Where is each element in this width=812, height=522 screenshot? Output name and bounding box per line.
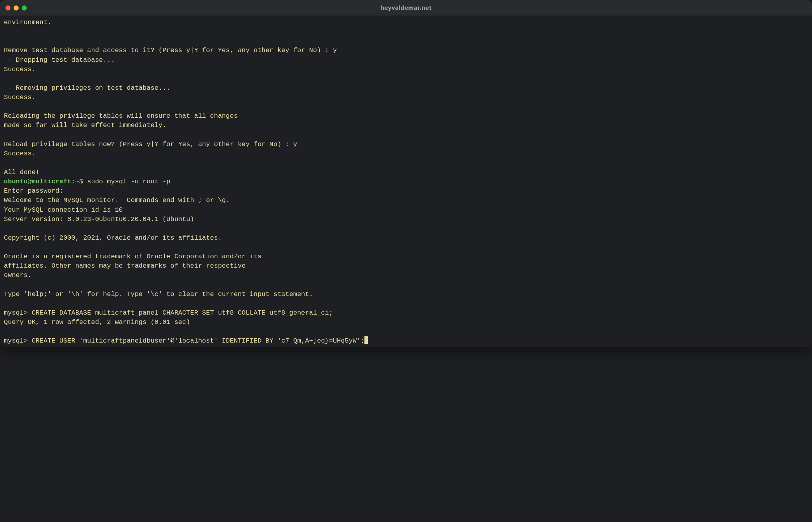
command-text: CREATE USER 'multicraftpaneldbuser'@'loc… <box>31 337 364 345</box>
output-line: Server version: 8.0.23-0ubuntu0.20.04.1 … <box>4 216 194 223</box>
output-line: Reloading the privilege tables will ensu… <box>4 112 238 120</box>
cursor-icon <box>364 336 368 344</box>
prompt-dollar: $ <box>79 178 83 185</box>
shell-prompt: ubuntu@multicraft:~$ <box>4 178 83 185</box>
output-line: Welcome to the MySQL monitor. Commands e… <box>4 197 230 204</box>
window-title: heyvaldemar.net <box>380 5 432 11</box>
output-line: owners. <box>4 271 31 279</box>
prompt-at: @ <box>28 178 31 185</box>
output-line: environment. <box>4 19 51 26</box>
output-line: Copyright (c) 2000, 2021, Oracle and/or … <box>4 234 222 242</box>
titlebar: heyvaldemar.net <box>0 0 812 16</box>
output-line: made so far will take effect immediately… <box>4 122 166 129</box>
output-line: Success. <box>4 150 36 157</box>
close-icon[interactable] <box>5 5 10 10</box>
terminal-body[interactable]: environment. Remove test database and ac… <box>0 16 812 347</box>
output-line: Remove test database and access to it? (… <box>4 47 337 54</box>
mysql-prompt: mysql> <box>4 337 31 345</box>
traffic-lights <box>5 5 27 10</box>
zoom-icon[interactable] <box>22 5 27 10</box>
output-line: Oracle is a registered trademark of Orac… <box>4 253 261 260</box>
minimize-icon[interactable] <box>14 5 19 10</box>
output-line: Your MySQL connection id is 10 <box>4 206 123 214</box>
prompt-host: multicraft <box>31 178 71 185</box>
output-line: - Removing privileges on test database..… <box>4 84 170 92</box>
terminal-window: heyvaldemar.net environment. Remove test… <box>0 0 812 347</box>
prompt-colon: : <box>71 178 75 185</box>
output-line: affiliates. Other names may be trademark… <box>4 262 246 270</box>
prompt-user: ubuntu <box>4 178 28 185</box>
output-line: - Dropping test database... <box>4 56 115 64</box>
output-line: Reload privilege tables now? (Press y|Y … <box>4 141 297 148</box>
output-line: Type 'help;' or '\h' for help. Type '\c'… <box>4 291 313 298</box>
output-line: Query OK, 1 row affected, 2 warnings (0.… <box>4 318 190 326</box>
output-line: Success. <box>4 66 36 73</box>
output-line: mysql> CREATE DATABASE multicraft_panel … <box>4 309 333 317</box>
output-line: Success. <box>4 94 36 101</box>
output-line: Enter password: <box>4 187 63 195</box>
prompt-path: ~ <box>75 178 79 185</box>
output-line: All done! <box>4 169 40 176</box>
command-text: sudo mysql -u root -p <box>87 178 170 185</box>
